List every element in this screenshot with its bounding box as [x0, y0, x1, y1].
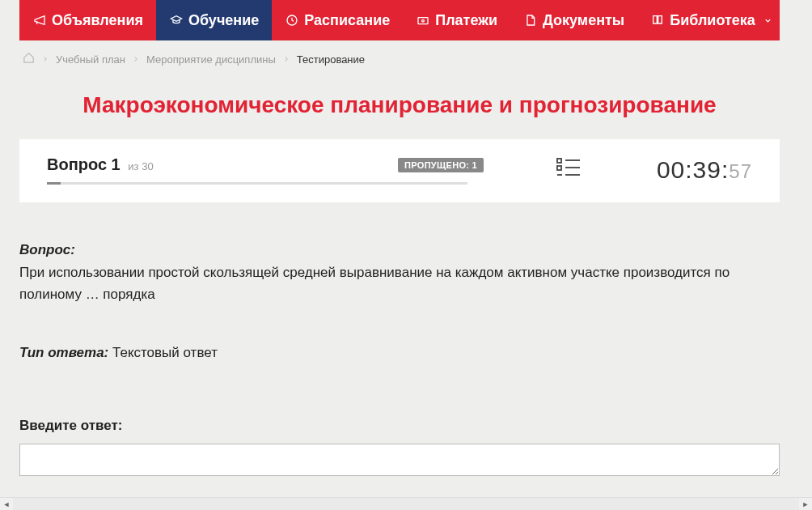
- progress-bar: [47, 182, 467, 185]
- book-icon: [650, 13, 665, 28]
- main-nav: Объявления Обучение Расписание Платежи: [19, 0, 780, 40]
- status-bar: Вопрос 1 из 30 ПРОПУЩЕНО: 1: [19, 139, 780, 202]
- document-icon: [523, 13, 538, 28]
- breadcrumb-link-plan[interactable]: Учебный план: [56, 53, 125, 66]
- timer: 00:39:57: [657, 156, 752, 184]
- nav-label: Документы: [543, 12, 624, 29]
- question-text: При использовании простой скользящей сре…: [19, 262, 780, 305]
- svg-rect-5: [557, 166, 561, 170]
- breadcrumb-link-event[interactable]: Мероприятие дисциплины: [146, 53, 276, 66]
- nav-label: Расписание: [304, 12, 390, 29]
- nav-documents[interactable]: Документы: [510, 0, 637, 40]
- nav-label: Библиотека: [670, 12, 755, 29]
- horizontal-scrollbar[interactable]: ◄ ►: [0, 497, 812, 510]
- chevron-down-icon: [763, 12, 772, 29]
- nav-payments[interactable]: Платежи: [403, 0, 510, 40]
- question-list-icon[interactable]: [556, 157, 581, 183]
- skipped-badge: ПРОПУЩЕНО: 1: [398, 158, 484, 172]
- chevron-right-icon: [129, 53, 143, 66]
- scroll-track[interactable]: [13, 498, 799, 510]
- payment-icon: [416, 13, 430, 28]
- home-icon[interactable]: [23, 52, 35, 66]
- scroll-left-arrow[interactable]: ◄: [0, 498, 13, 511]
- question-number: Вопрос 1: [47, 155, 125, 173]
- breadcrumb: Учебный план Мероприятие дисциплины Тест…: [19, 40, 780, 74]
- progress-fill: [47, 182, 61, 185]
- scroll-right-arrow[interactable]: ►: [799, 498, 812, 511]
- breadcrumb-current: Тестирование: [297, 53, 365, 66]
- svg-point-2: [422, 19, 425, 22]
- chevron-right-icon: [38, 53, 53, 66]
- nav-schedule[interactable]: Расписание: [272, 0, 403, 40]
- question-body: Вопрос: При использовании простой скольз…: [19, 202, 780, 482]
- page-title: Макроэкономическое планирование и прогно…: [7, 74, 792, 139]
- megaphone-icon: [32, 13, 47, 28]
- svg-rect-1: [418, 18, 428, 24]
- clock-icon: [285, 13, 299, 28]
- answer-input-label: Введите ответ:: [19, 415, 780, 436]
- nav-label: Платежи: [435, 12, 497, 29]
- nav-library[interactable]: Библиотека: [637, 0, 785, 40]
- chevron-right-icon: [279, 53, 294, 66]
- nav-announcements[interactable]: Объявления: [19, 0, 156, 40]
- question-total: из 30: [128, 160, 153, 172]
- graduation-cap-icon: [169, 13, 184, 28]
- nav-label: Объявления: [52, 12, 143, 29]
- answer-type-value: Текстовый ответ: [112, 345, 218, 360]
- answer-type-label: Тип ответа:: [19, 345, 108, 360]
- question-label: Вопрос:: [19, 242, 75, 257]
- svg-rect-3: [557, 159, 561, 163]
- answer-input[interactable]: [19, 444, 780, 476]
- nav-education[interactable]: Обучение: [156, 0, 272, 40]
- nav-label: Обучение: [188, 12, 259, 29]
